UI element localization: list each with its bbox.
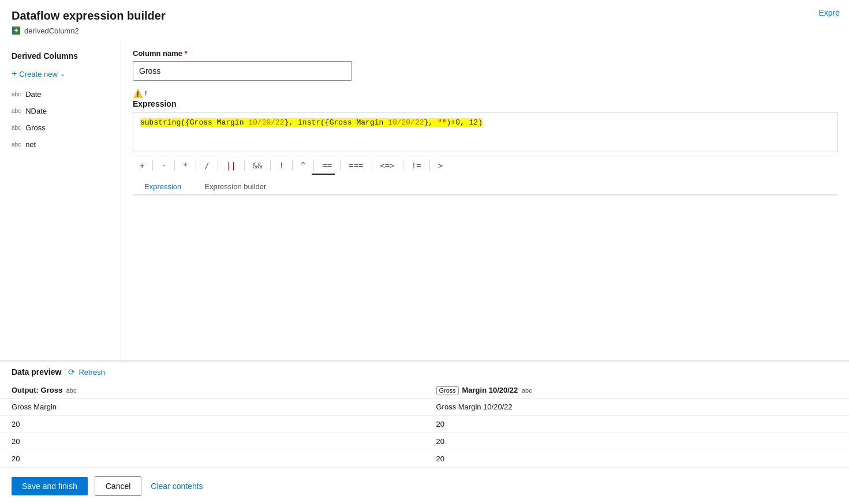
op-not[interactable]: ! (272, 160, 290, 171)
op-plus[interactable]: + (133, 160, 151, 171)
op-separator (340, 160, 341, 171)
data-preview-section: Data preview ⟳ Refresh Output: Gross abc… (0, 360, 849, 468)
required-star: * (185, 49, 188, 58)
op-separator (372, 160, 372, 171)
refresh-icon: ⟳ (68, 367, 75, 377)
col-header-gross-margin: Gross Margin 10/20/22 abc (425, 382, 850, 398)
op-divide[interactable]: / (197, 160, 216, 171)
column-item-gross[interactable]: abc Gross (0, 119, 121, 136)
op-separator (403, 160, 403, 171)
chevron-down-icon: ⌄ (60, 70, 65, 78)
expression-top-link[interactable]: Expre (818, 8, 840, 17)
op-separator (152, 160, 153, 171)
col-header-output-gross-label: Output: Gross (12, 386, 62, 394)
cancel-button[interactable]: Cancel (95, 476, 142, 496)
op-minus[interactable]: - (154, 160, 173, 171)
warning-text: ! (145, 89, 147, 98)
tab-expression-builder[interactable]: Expression builder (193, 179, 278, 195)
refresh-button[interactable]: ⟳ Refresh (68, 367, 105, 377)
column-name-section: Column name * (133, 49, 837, 81)
col-header-output-gross: Output: Gross abc (0, 382, 425, 398)
op-separator (218, 160, 218, 171)
plus-icon: + (12, 69, 17, 79)
table-cell: Gross Margin (0, 398, 425, 416)
svg-text:+: + (14, 27, 18, 35)
refresh-label: Refresh (78, 368, 105, 377)
table-cell: 20 (425, 433, 850, 450)
table-cell: 20 (0, 433, 425, 450)
op-separator (429, 160, 430, 171)
table-row: 20 20 (0, 450, 849, 468)
column-name-label: net (25, 140, 36, 149)
main-body: Derived Columns + Create new ⌄ abc Date … (0, 42, 849, 360)
table-cell: Gross Margin 10/20/22 (425, 398, 850, 416)
op-gt[interactable]: > (431, 160, 450, 171)
op-separator (270, 160, 271, 171)
subtitle-text: derivedColumn2 (24, 27, 79, 35)
right-panel: Column name * ⚠️ ! Expression substring(… (121, 42, 849, 360)
data-preview-title: Data preview (12, 367, 61, 377)
table-row: Gross Margin Gross Margin 10/20/22 (0, 398, 849, 416)
op-separator (292, 160, 293, 171)
expression-content: substring({Gross Margin 10/20/22}, instr… (140, 118, 483, 127)
table-row: 20 20 (0, 433, 849, 450)
table-cell: 20 (0, 416, 425, 433)
warning-row: ⚠️ ! (133, 89, 837, 98)
page-title: Dataflow expression builder (12, 9, 837, 22)
expression-editor[interactable]: substring({Gross Margin 10/20/22}, instr… (133, 112, 837, 152)
derived-columns-header: Derived Columns (0, 49, 121, 66)
op-multiply[interactable]: * (176, 160, 195, 171)
expression-tabs: Expression Expression builder (133, 177, 837, 195)
page-header: Dataflow expression builder + derivedCol… (0, 0, 849, 42)
op-caret[interactable]: ^ (294, 160, 312, 171)
op-separator (174, 160, 175, 171)
column-item-ndate[interactable]: abc NDate (0, 103, 121, 119)
column-name-label: Gross (25, 123, 46, 132)
column-item-date[interactable]: abc Date (0, 86, 121, 103)
col-type-abc2: abc (522, 387, 532, 394)
bottom-bar: Save and finish Cancel Clear contents (0, 468, 849, 504)
op-triple-eq[interactable]: === (342, 160, 370, 171)
column-name-label: Date (25, 90, 41, 99)
save-finish-button[interactable]: Save and finish (12, 477, 88, 495)
table-row: 20 20 (0, 416, 849, 433)
left-panel: Derived Columns + Create new ⌄ abc Date … (0, 42, 121, 360)
warning-icon: ⚠️ (133, 89, 143, 98)
column-name-label: NDate (25, 107, 47, 115)
data-preview-header: Data preview ⟳ Refresh (0, 362, 849, 382)
derived-column-icon: + (12, 26, 21, 35)
op-separator (313, 160, 314, 171)
op-separator (196, 160, 196, 171)
op-eq-eq[interactable]: == (315, 160, 339, 171)
table-cell: 20 (425, 416, 850, 433)
expression-label: Expression (133, 99, 837, 108)
create-new-label: Create new (19, 70, 57, 78)
col-header-gross-margin-label: Margin 10/20/22 (462, 386, 518, 394)
col-type-badge: abc (12, 125, 21, 131)
data-preview-table: Output: Gross abc Gross Margin 10/20/22 … (0, 382, 849, 468)
table-cell: 20 (0, 450, 425, 468)
col-type-badge: abc (12, 108, 21, 114)
operator-toolbar: + - * / || && ! ^ == === <=> (133, 156, 837, 174)
table-cell: 20 (425, 450, 850, 468)
col-type-abc: abc (66, 387, 77, 394)
column-name-field-label: Column name * (133, 49, 837, 58)
column-list: abc Date abc NDate abc Gross abc net (0, 86, 121, 153)
column-item-net[interactable]: abc net (0, 136, 121, 153)
op-spaceship[interactable]: <=> (373, 160, 402, 171)
op-and-and[interactable]: && (246, 160, 270, 171)
subtitle-row: + derivedColumn2 (12, 26, 837, 35)
col-badge-gross: Gross (436, 386, 459, 394)
table-header-row: Output: Gross abc Gross Margin 10/20/22 … (0, 382, 849, 398)
op-pipe-pipe[interactable]: || (219, 160, 243, 171)
op-not-eq[interactable]: != (405, 160, 428, 171)
tab-expression[interactable]: Expression (133, 179, 193, 195)
col-type-badge: abc (12, 141, 21, 148)
clear-contents-button[interactable]: Clear contents (148, 477, 205, 495)
column-name-input[interactable] (133, 61, 352, 81)
create-new-button[interactable]: + Create new ⌄ (0, 66, 121, 86)
col-type-badge: abc (12, 91, 21, 97)
op-separator (244, 160, 245, 171)
